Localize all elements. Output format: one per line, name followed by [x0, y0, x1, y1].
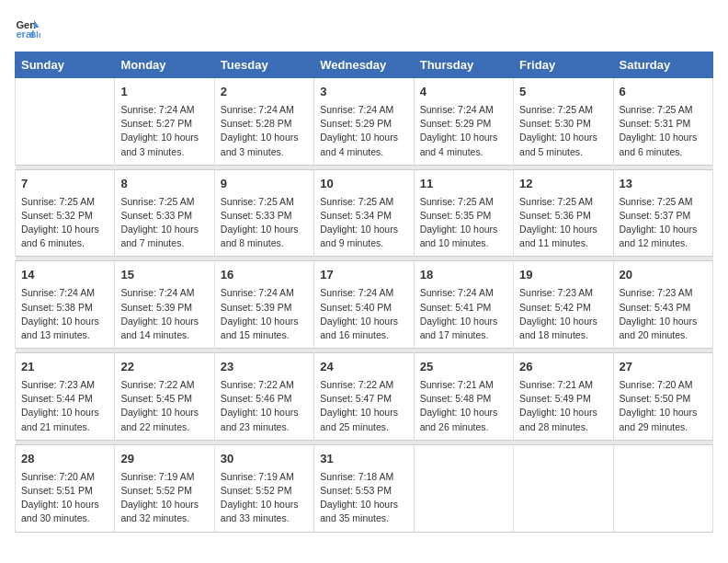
calendar-cell: 4Sunrise: 7:24 AMSunset: 5:29 PMDaylight…: [414, 78, 513, 166]
day-info: Sunrise: 7:23 AMSunset: 5:43 PMDaylight:…: [620, 286, 707, 342]
week-row-4: 21Sunrise: 7:23 AMSunset: 5:44 PMDayligh…: [16, 353, 713, 441]
svg-text:Blue: Blue: [30, 30, 40, 40]
calendar-cell: 11Sunrise: 7:25 AMSunset: 5:35 PMDayligh…: [414, 169, 513, 257]
week-row-2: 7Sunrise: 7:25 AMSunset: 5:32 PMDaylight…: [16, 169, 713, 257]
header-friday: Friday: [514, 52, 613, 78]
day-info: Sunrise: 7:22 AMSunset: 5:46 PMDaylight:…: [221, 378, 308, 434]
day-number: 1: [120, 84, 208, 101]
calendar-cell: [514, 444, 613, 532]
day-info: Sunrise: 7:19 AMSunset: 5:52 PMDaylight:…: [120, 470, 208, 526]
day-info: Sunrise: 7:25 AMSunset: 5:31 PMDaylight:…: [620, 103, 707, 159]
calendar-cell: 20Sunrise: 7:23 AMSunset: 5:43 PMDayligh…: [613, 261, 712, 349]
calendar-cell: 5Sunrise: 7:25 AMSunset: 5:30 PMDaylight…: [514, 78, 613, 166]
week-row-1: 1Sunrise: 7:24 AMSunset: 5:27 PMDaylight…: [16, 78, 713, 166]
page-header: Gen eral Blue: [15, 15, 713, 40]
day-info: Sunrise: 7:21 AMSunset: 5:49 PMDaylight:…: [519, 378, 607, 434]
calendar-cell: 2Sunrise: 7:24 AMSunset: 5:28 PMDaylight…: [214, 78, 313, 166]
calendar-cell: 13Sunrise: 7:25 AMSunset: 5:37 PMDayligh…: [613, 169, 712, 257]
calendar-cell: 29Sunrise: 7:19 AMSunset: 5:52 PMDayligh…: [115, 444, 214, 532]
day-info: Sunrise: 7:25 AMSunset: 5:33 PMDaylight:…: [221, 195, 308, 251]
day-number: 13: [620, 176, 707, 193]
week-row-3: 14Sunrise: 7:24 AMSunset: 5:38 PMDayligh…: [16, 261, 713, 349]
day-info: Sunrise: 7:24 AMSunset: 5:29 PMDaylight:…: [420, 103, 507, 159]
day-info: Sunrise: 7:24 AMSunset: 5:40 PMDaylight:…: [320, 286, 407, 342]
day-info: Sunrise: 7:25 AMSunset: 5:37 PMDaylight:…: [620, 195, 707, 251]
calendar-cell: 28Sunrise: 7:20 AMSunset: 5:51 PMDayligh…: [16, 444, 115, 532]
day-info: Sunrise: 7:24 AMSunset: 5:41 PMDaylight:…: [420, 286, 507, 342]
day-info: Sunrise: 7:24 AMSunset: 5:28 PMDaylight:…: [221, 103, 308, 159]
calendar-table: SundayMondayTuesdayWednesdayThursdayFrid…: [15, 52, 713, 533]
week-row-5: 28Sunrise: 7:20 AMSunset: 5:51 PMDayligh…: [16, 444, 713, 532]
header-saturday: Saturday: [613, 52, 712, 78]
header-sunday: Sunday: [16, 52, 115, 78]
calendar-cell: [414, 444, 513, 532]
day-number: 9: [221, 176, 308, 193]
calendar-cell: [613, 444, 712, 532]
day-info: Sunrise: 7:24 AMSunset: 5:29 PMDaylight:…: [320, 103, 407, 159]
day-number: 7: [21, 176, 108, 193]
day-info: Sunrise: 7:25 AMSunset: 5:33 PMDaylight:…: [120, 195, 208, 251]
day-number: 11: [420, 176, 507, 193]
logo: Gen eral Blue: [15, 15, 44, 40]
day-number: 27: [620, 359, 707, 376]
calendar-cell: 17Sunrise: 7:24 AMSunset: 5:40 PMDayligh…: [314, 261, 414, 349]
header-wednesday: Wednesday: [314, 52, 414, 78]
day-number: 26: [519, 359, 607, 376]
day-number: 15: [120, 267, 208, 284]
day-info: Sunrise: 7:25 AMSunset: 5:34 PMDaylight:…: [320, 195, 407, 251]
svg-marker-2: [34, 20, 40, 28]
day-number: 21: [21, 359, 108, 376]
day-number: 10: [320, 176, 407, 193]
day-info: Sunrise: 7:23 AMSunset: 5:42 PMDaylight:…: [519, 286, 607, 342]
header-thursday: Thursday: [414, 52, 513, 78]
day-info: Sunrise: 7:24 AMSunset: 5:38 PMDaylight:…: [21, 286, 108, 342]
day-info: Sunrise: 7:19 AMSunset: 5:52 PMDaylight:…: [221, 470, 308, 526]
day-number: 29: [120, 451, 208, 468]
calendar-cell: 8Sunrise: 7:25 AMSunset: 5:33 PMDaylight…: [115, 169, 214, 257]
day-number: 8: [120, 176, 208, 193]
calendar-cell: 30Sunrise: 7:19 AMSunset: 5:52 PMDayligh…: [214, 444, 313, 532]
logo-icon: Gen eral Blue: [15, 15, 40, 40]
day-number: 14: [21, 267, 108, 284]
calendar-cell: 21Sunrise: 7:23 AMSunset: 5:44 PMDayligh…: [16, 353, 115, 441]
day-number: 25: [420, 359, 507, 376]
day-info: Sunrise: 7:23 AMSunset: 5:44 PMDaylight:…: [21, 378, 108, 434]
day-number: 17: [320, 267, 407, 284]
calendar-cell: 1Sunrise: 7:24 AMSunset: 5:27 PMDaylight…: [115, 78, 214, 166]
calendar-cell: 9Sunrise: 7:25 AMSunset: 5:33 PMDaylight…: [214, 169, 313, 257]
day-number: 6: [620, 84, 707, 101]
calendar-cell: 3Sunrise: 7:24 AMSunset: 5:29 PMDaylight…: [314, 78, 414, 166]
calendar-cell: 31Sunrise: 7:18 AMSunset: 5:53 PMDayligh…: [314, 444, 414, 532]
day-number: 28: [21, 451, 108, 468]
calendar-cell: 6Sunrise: 7:25 AMSunset: 5:31 PMDaylight…: [613, 78, 712, 166]
calendar-cell: 12Sunrise: 7:25 AMSunset: 5:36 PMDayligh…: [514, 169, 613, 257]
day-info: Sunrise: 7:22 AMSunset: 5:45 PMDaylight:…: [120, 378, 208, 434]
day-info: Sunrise: 7:24 AMSunset: 5:27 PMDaylight:…: [120, 103, 208, 159]
day-info: Sunrise: 7:25 AMSunset: 5:35 PMDaylight:…: [420, 195, 507, 251]
calendar-cell: 25Sunrise: 7:21 AMSunset: 5:48 PMDayligh…: [414, 353, 513, 441]
calendar-cell: 27Sunrise: 7:20 AMSunset: 5:50 PMDayligh…: [613, 353, 712, 441]
calendar-header-row: SundayMondayTuesdayWednesdayThursdayFrid…: [16, 52, 713, 78]
day-number: 22: [120, 359, 208, 376]
day-number: 18: [420, 267, 507, 284]
day-number: 23: [221, 359, 308, 376]
day-info: Sunrise: 7:18 AMSunset: 5:53 PMDaylight:…: [320, 470, 407, 526]
calendar-cell: 24Sunrise: 7:22 AMSunset: 5:47 PMDayligh…: [314, 353, 414, 441]
day-info: Sunrise: 7:25 AMSunset: 5:36 PMDaylight:…: [519, 195, 607, 251]
calendar-cell: 15Sunrise: 7:24 AMSunset: 5:39 PMDayligh…: [115, 261, 214, 349]
calendar-cell: 14Sunrise: 7:24 AMSunset: 5:38 PMDayligh…: [16, 261, 115, 349]
calendar-cell: [16, 78, 115, 166]
day-info: Sunrise: 7:22 AMSunset: 5:47 PMDaylight:…: [320, 378, 407, 434]
day-number: 20: [620, 267, 707, 284]
day-info: Sunrise: 7:21 AMSunset: 5:48 PMDaylight:…: [420, 378, 507, 434]
day-info: Sunrise: 7:20 AMSunset: 5:50 PMDaylight:…: [620, 378, 707, 434]
day-number: 19: [519, 267, 607, 284]
day-info: Sunrise: 7:24 AMSunset: 5:39 PMDaylight:…: [120, 286, 208, 342]
day-number: 30: [221, 451, 308, 468]
calendar-cell: 19Sunrise: 7:23 AMSunset: 5:42 PMDayligh…: [514, 261, 613, 349]
day-number: 4: [420, 84, 507, 101]
header-tuesday: Tuesday: [214, 52, 313, 78]
day-number: 16: [221, 267, 308, 284]
day-info: Sunrise: 7:24 AMSunset: 5:39 PMDaylight:…: [221, 286, 308, 342]
calendar-cell: 7Sunrise: 7:25 AMSunset: 5:32 PMDaylight…: [16, 169, 115, 257]
